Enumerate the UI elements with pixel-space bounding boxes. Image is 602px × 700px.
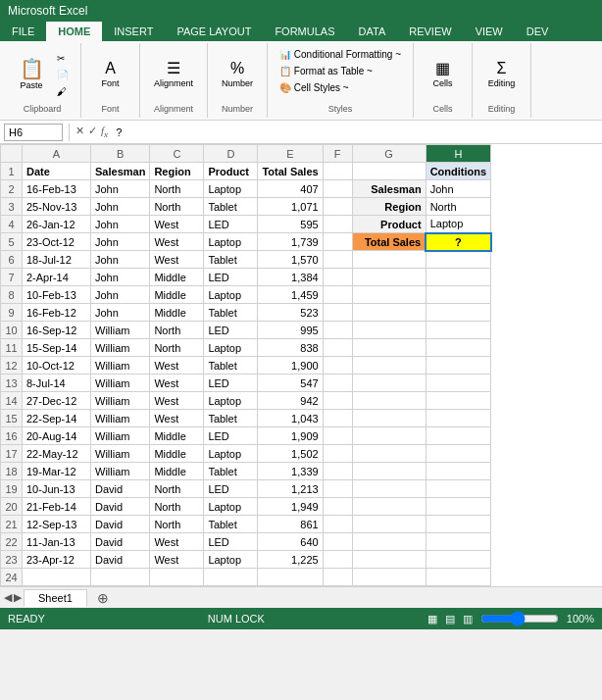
cell-20-3[interactable]: North <box>150 498 204 516</box>
cell-18-6[interactable] <box>323 463 352 480</box>
cell-22-1[interactable]: 11-Jan-13 <box>23 533 91 551</box>
col-header-a[interactable]: A <box>23 145 91 163</box>
cell-8-8[interactable] <box>426 286 490 304</box>
cell-11-8[interactable] <box>426 339 490 357</box>
editing-button[interactable]: Σ Editing <box>482 57 522 92</box>
format-as-table-button[interactable]: 📋 Format as Table ~ <box>276 64 405 78</box>
cell-2-1[interactable]: 16-Feb-13 <box>23 180 91 198</box>
cell-15-6[interactable] <box>323 410 352 427</box>
cell-14-7[interactable] <box>352 392 426 410</box>
cell-17-2[interactable]: William <box>91 445 150 463</box>
cell-4-4[interactable]: LED <box>204 216 258 233</box>
cell-18-3[interactable]: Middle <box>150 463 204 480</box>
cell-23-1[interactable]: 23-Apr-12 <box>23 551 91 569</box>
cell-14-4[interactable]: Laptop <box>204 392 258 410</box>
cell-11-5[interactable]: 838 <box>258 339 323 357</box>
cell-23-6[interactable] <box>323 551 352 569</box>
cell-9-3[interactable]: Middle <box>150 304 204 322</box>
cell-5-3[interactable]: West <box>150 233 204 251</box>
cell-3-5[interactable]: 1,071 <box>258 198 323 216</box>
cell-5-6[interactable] <box>323 233 352 251</box>
cell-17-1[interactable]: 22-May-12 <box>23 445 91 463</box>
cell-10-4[interactable]: LED <box>204 322 258 339</box>
tab-page-layout[interactable]: PAGE LAYOUT <box>165 22 263 41</box>
cell-7-6[interactable] <box>323 269 352 286</box>
cell-23-8[interactable] <box>426 551 490 569</box>
cell-16-7[interactable] <box>352 427 426 445</box>
cell-19-1[interactable]: 10-Jun-13 <box>23 480 91 498</box>
cell-1-7[interactable] <box>352 163 426 180</box>
cell-23-7[interactable] <box>352 551 426 569</box>
cell-24-5[interactable] <box>258 569 323 586</box>
cell-9-7[interactable] <box>352 304 426 322</box>
cell-6-6[interactable] <box>323 251 352 269</box>
cell-11-2[interactable]: William <box>91 339 150 357</box>
font-button[interactable]: A Font <box>91 57 130 92</box>
cell-14-8[interactable] <box>426 392 490 410</box>
cell-16-1[interactable]: 20-Aug-14 <box>23 427 91 445</box>
cell-2-3[interactable]: North <box>150 180 204 198</box>
col-header-c[interactable]: C <box>150 145 204 163</box>
cell-13-2[interactable]: William <box>91 375 150 392</box>
cell-14-5[interactable]: 942 <box>258 392 323 410</box>
cell-19-8[interactable] <box>426 480 490 498</box>
cell-1-2[interactable]: Salesman <box>91 163 150 180</box>
cell-5-5[interactable]: 1,739 <box>258 233 323 251</box>
cell-7-3[interactable]: Middle <box>150 269 204 286</box>
cell-21-7[interactable] <box>352 516 426 533</box>
cell-1-6[interactable] <box>323 163 352 180</box>
cell-21-8[interactable] <box>426 516 490 533</box>
cell-15-8[interactable] <box>426 410 490 427</box>
cell-styles-button[interactable]: 🎨 Cell Styles ~ <box>276 80 405 95</box>
cell-16-8[interactable] <box>426 427 490 445</box>
col-header-g[interactable]: G <box>352 145 426 163</box>
cond-value-2[interactable]: North <box>426 198 490 216</box>
alignment-button[interactable]: ☰ Alignment <box>148 57 199 92</box>
cell-10-1[interactable]: 16-Sep-12 <box>23 322 91 339</box>
cell-18-4[interactable]: Tablet <box>204 463 258 480</box>
cell-reference-input[interactable] <box>4 124 63 141</box>
cell-7-8[interactable] <box>426 269 490 286</box>
cell-18-1[interactable]: 19-Mar-12 <box>23 463 91 480</box>
cell-4-1[interactable]: 26-Jan-12 <box>23 216 91 233</box>
cell-18-7[interactable] <box>352 463 426 480</box>
cell-12-5[interactable]: 1,900 <box>258 357 323 375</box>
cell-20-5[interactable]: 1,949 <box>258 498 323 516</box>
cut-button[interactable]: ✂ <box>53 51 73 66</box>
cell-22-5[interactable]: 640 <box>258 533 323 551</box>
view-page-break-icon[interactable]: ▥ <box>463 613 473 625</box>
conditional-formatting-button[interactable]: 📊 Conditional Formatting ~ <box>276 47 405 62</box>
cell-8-4[interactable]: Laptop <box>204 286 258 304</box>
formula-input[interactable] <box>112 126 598 138</box>
sheet-tab-sheet1[interactable]: Sheet1 <box>24 589 87 607</box>
cell-18-2[interactable]: William <box>91 463 150 480</box>
paste-button[interactable]: 📋 Paste <box>12 55 51 94</box>
cell-5-2[interactable]: John <box>91 233 150 251</box>
cell-22-7[interactable] <box>352 533 426 551</box>
cell-6-7[interactable] <box>352 251 426 269</box>
cell-16-4[interactable]: LED <box>204 427 258 445</box>
cell-1-3[interactable]: Region <box>150 163 204 180</box>
cell-15-7[interactable] <box>352 410 426 427</box>
col-header-f[interactable]: F <box>323 145 352 163</box>
view-normal-icon[interactable]: ▦ <box>427 613 437 625</box>
cell-11-7[interactable] <box>352 339 426 357</box>
cell-14-3[interactable]: West <box>150 392 204 410</box>
cell-13-4[interactable]: LED <box>204 375 258 392</box>
col-header-d[interactable]: D <box>204 145 258 163</box>
cell-12-4[interactable]: Tablet <box>204 357 258 375</box>
cell-3-1[interactable]: 25-Nov-13 <box>23 198 91 216</box>
cell-16-3[interactable]: Middle <box>150 427 204 445</box>
cell-10-3[interactable]: North <box>150 322 204 339</box>
cell-19-7[interactable] <box>352 480 426 498</box>
cell-8-5[interactable]: 1,459 <box>258 286 323 304</box>
col-header-b[interactable]: B <box>91 145 150 163</box>
cond-value-1[interactable]: John <box>426 180 490 198</box>
cell-15-1[interactable]: 22-Sep-14 <box>23 410 91 427</box>
cell-10-8[interactable] <box>426 322 490 339</box>
cell-6-3[interactable]: West <box>150 251 204 269</box>
cell-21-6[interactable] <box>323 516 352 533</box>
cell-7-1[interactable]: 2-Apr-14 <box>23 269 91 286</box>
cell-19-4[interactable]: LED <box>204 480 258 498</box>
cell-22-8[interactable] <box>426 533 490 551</box>
